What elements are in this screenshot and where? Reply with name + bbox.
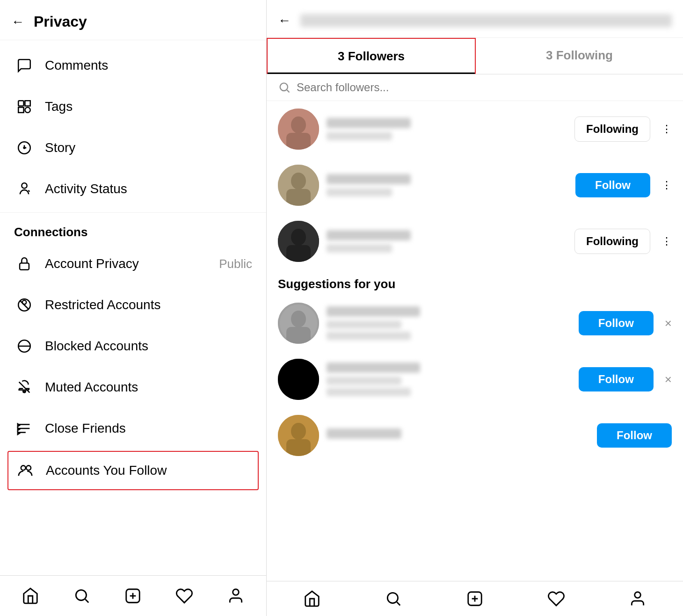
avatar-3 <box>278 221 319 262</box>
svg-point-21 <box>26 465 31 470</box>
search-bar <box>267 74 683 101</box>
svg-rect-7 <box>20 263 29 270</box>
follower-item-2: Follow ⋮ <box>267 157 683 213</box>
right-nav-profile[interactable] <box>629 590 647 608</box>
story-label: Story <box>45 140 75 155</box>
account-privacy-label: Account Privacy <box>45 256 139 271</box>
user-sub-blur-s1b <box>327 332 411 340</box>
menu-item-activity-status[interactable]: Activity Status <box>0 168 266 210</box>
follow-button-s3[interactable]: Follow <box>597 423 672 448</box>
following-button-3[interactable]: Following <box>574 229 650 254</box>
svg-line-29 <box>287 90 289 92</box>
avatar-6 <box>278 415 319 456</box>
comments-label: Comments <box>45 58 108 73</box>
svg-point-34 <box>291 173 306 189</box>
left-header: ← Privacy <box>0 0 266 40</box>
more-icon-3[interactable]: ⋮ <box>661 235 672 247</box>
tag-icon <box>14 96 35 117</box>
user-name-blur-2 <box>327 174 411 184</box>
dismiss-icon-s1[interactable]: × <box>665 316 672 331</box>
svg-rect-43 <box>278 359 319 400</box>
right-nav-heart[interactable] <box>547 590 565 608</box>
close-friends-label: Close Friends <box>45 421 126 436</box>
follow-button-s2[interactable]: Follow <box>579 367 654 391</box>
user-sub-blur-1 <box>327 132 392 140</box>
user-name-blur-s1 <box>327 306 420 317</box>
svg-rect-46 <box>286 439 311 456</box>
activity-icon <box>14 179 35 199</box>
svg-point-10 <box>22 300 27 304</box>
user-name-blur-3 <box>327 230 411 240</box>
svg-line-23 <box>85 599 88 602</box>
user-sub-blur-3 <box>327 244 392 253</box>
menu-item-account-privacy[interactable]: Account Privacy Public <box>0 243 266 284</box>
svg-point-52 <box>635 592 641 598</box>
follower-item-1: Following ⋮ <box>267 101 683 157</box>
svg-point-47 <box>387 593 398 603</box>
left-nav-profile[interactable] <box>224 584 247 608</box>
svg-line-48 <box>397 602 400 605</box>
accounts-you-follow-label: Accounts You Follow <box>46 463 167 478</box>
privacy-panel: ← Privacy Comments Tags <box>0 0 267 616</box>
left-nav-heart[interactable] <box>173 584 196 608</box>
user-info-1 <box>327 118 567 140</box>
suggestions-title: Suggestions for you <box>267 269 683 295</box>
svg-rect-38 <box>286 245 311 262</box>
svg-point-45 <box>291 423 306 440</box>
left-nav-add[interactable] <box>121 584 145 608</box>
right-bottom-nav <box>267 581 683 616</box>
more-icon-1[interactable]: ⋮ <box>661 123 672 135</box>
followers-tab-label: 3 Followers <box>338 49 405 63</box>
username-blur <box>300 14 672 27</box>
menu-item-restricted[interactable]: Restricted Accounts <box>0 284 266 326</box>
following-button-1[interactable]: Following <box>574 116 650 142</box>
right-nav-home[interactable] <box>303 590 321 608</box>
follow-button-2[interactable]: Follow <box>575 173 650 197</box>
menu-item-muted[interactable]: Muted Accounts <box>0 367 266 408</box>
left-back-button[interactable]: ← <box>11 14 24 29</box>
user-name-blur-1 <box>327 118 411 128</box>
left-nav-home[interactable] <box>19 584 42 608</box>
accounts-follow-icon <box>15 460 36 481</box>
tab-followers[interactable]: 3 Followers <box>267 38 476 74</box>
user-name-blur-s3 <box>327 428 401 439</box>
tabs-row: 3 Followers 3 Following <box>267 38 683 74</box>
svg-rect-0 <box>18 101 23 106</box>
following-tab-label: 3 Following <box>546 48 613 62</box>
menu-divider <box>0 212 266 213</box>
account-privacy-value: Public <box>219 257 252 271</box>
svg-point-27 <box>233 589 239 595</box>
svg-point-1 <box>25 107 30 112</box>
search-input[interactable] <box>297 81 672 94</box>
follow-button-s1[interactable]: Follow <box>579 311 654 335</box>
menu-item-tags[interactable]: Tags <box>0 86 266 127</box>
svg-point-20 <box>21 465 26 470</box>
close-friends-icon <box>14 418 35 439</box>
story-icon <box>14 138 35 158</box>
dismiss-icon-s2[interactable]: × <box>665 372 672 387</box>
user-sub-blur-2 <box>327 188 392 196</box>
blocked-icon <box>14 336 35 356</box>
muted-accounts-label: Muted Accounts <box>45 380 138 395</box>
svg-point-5 <box>24 147 25 149</box>
followers-panel: ← 3 Followers 3 Following <box>267 0 683 616</box>
menu-item-comments[interactable]: Comments <box>0 45 266 86</box>
right-back-button[interactable]: ← <box>278 13 291 28</box>
follower-item-3: Following ⋮ <box>267 213 683 269</box>
user-sub-blur-s2b <box>327 388 411 396</box>
menu-item-blocked[interactable]: Blocked Accounts <box>0 326 266 367</box>
menu-item-accounts-you-follow[interactable]: Accounts You Follow <box>7 451 259 490</box>
more-icon-2[interactable]: ⋮ <box>661 179 672 191</box>
menu-item-close-friends[interactable]: Close Friends <box>0 408 266 449</box>
right-nav-add[interactable] <box>466 590 484 608</box>
user-name-blur-s2 <box>327 362 420 373</box>
right-nav-search[interactable] <box>385 590 402 608</box>
user-info-s2 <box>327 362 571 396</box>
left-nav-search[interactable] <box>70 584 94 608</box>
svg-rect-42 <box>286 327 311 344</box>
comment-icon <box>14 55 35 76</box>
menu-item-story[interactable]: Story <box>0 127 266 168</box>
user-sub-blur-s2a <box>327 377 401 385</box>
avatar-1 <box>278 109 319 150</box>
tab-following[interactable]: 3 Following <box>476 38 683 74</box>
